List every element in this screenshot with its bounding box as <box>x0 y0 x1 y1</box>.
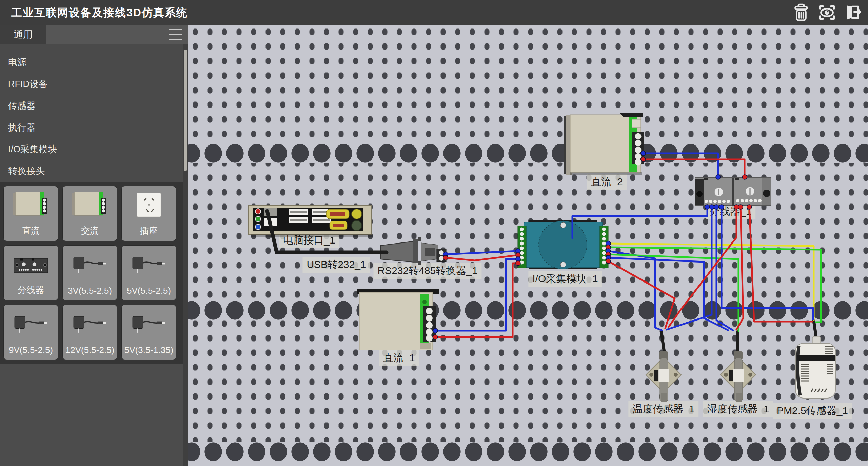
palette-card-label: 9V(5.5-2.5) <box>9 345 53 355</box>
palette-card-5[interactable]: 5V(5.5-2.5) <box>121 245 176 300</box>
wire-red <box>749 206 812 322</box>
toolbar <box>791 2 863 23</box>
palette-card-0[interactable]: 直流 <box>3 186 58 241</box>
wire-blue <box>446 251 518 254</box>
app-window: 工业互联网设备及接线3D仿真系统 <box>0 0 868 466</box>
sidebar-item-0[interactable]: 电源 <box>0 52 188 73</box>
wire-red <box>643 159 745 178</box>
view-eye-icon[interactable] <box>816 2 837 23</box>
palette-card-label: 3V(5.5-2.5) <box>68 286 112 296</box>
wire-blue <box>667 206 712 330</box>
device-temperature-sensor[interactable] <box>646 351 681 402</box>
wire-terminal-node <box>747 205 752 209</box>
palette-card-6[interactable]: 9V(5.5-2.5) <box>3 305 58 360</box>
sidebar-item-5[interactable]: 转换接头 <box>0 160 188 182</box>
wire-terminal-node <box>714 205 719 209</box>
device-humidity-sensor[interactable] <box>721 351 756 402</box>
hamburger-icon[interactable] <box>169 29 182 40</box>
wire-terminal-node <box>738 205 743 209</box>
wire-terminal-node <box>443 255 448 260</box>
palette-card-4[interactable]: 3V(5.5-2.5) <box>62 245 117 300</box>
wire-blue <box>608 251 662 330</box>
adapter-thumbnail-icon <box>63 246 117 286</box>
wire-terminal-node <box>709 205 714 209</box>
palette-card-label: 分线器 <box>18 284 44 296</box>
palette-card-8[interactable]: 5V(3.5-1.35) <box>121 305 176 360</box>
wire-terminal-node <box>719 205 724 209</box>
adapter-thumbnail-icon <box>4 305 58 345</box>
wire-terminal-node <box>705 205 710 209</box>
wire-black <box>661 331 665 354</box>
scene-layer <box>188 25 868 466</box>
wire-terminal-node <box>742 175 747 179</box>
device-palette: 直流交流插座分线器3V(5.5-2.5)5V(5.5-2.5)9V(5.5-2.… <box>0 182 188 364</box>
sidebar-scrollbar-thumb[interactable] <box>184 50 187 171</box>
device-pm25-sensor[interactable] <box>795 336 835 398</box>
palette-card-label: 直流 <box>22 225 40 237</box>
palette-card-label: 交流 <box>81 225 99 237</box>
wire-red <box>736 206 743 330</box>
palette-card-2[interactable]: 插座 <box>121 186 176 241</box>
adapter-thumbnail-icon <box>122 246 176 286</box>
dc-thumbnail-icon <box>4 186 58 225</box>
wire-terminal-node <box>433 328 438 333</box>
wire-red <box>608 261 675 328</box>
splitter-thumbnail-icon <box>4 246 58 284</box>
trash-icon[interactable] <box>791 2 812 23</box>
device-splitter[interactable] <box>695 178 771 206</box>
adapter-thumbnail-icon <box>122 305 176 345</box>
wire-terminal-node <box>516 261 520 266</box>
palette-card-label: 5V(5.5-2.5) <box>127 286 171 296</box>
palette-card-7[interactable]: 12V(5.5-2.5) <box>62 305 117 360</box>
device-dc-supply-1[interactable] <box>357 289 439 350</box>
wire-blue <box>722 206 813 319</box>
sidebar-item-2[interactable]: 传感器 <box>0 95 188 117</box>
sidebar-item-3[interactable]: 执行器 <box>0 117 188 138</box>
app-title: 工业互联网设备及接线3D仿真系统 <box>11 5 188 20</box>
palette-card-label: 12V(5.5-2.5) <box>65 345 115 355</box>
pegboard-canvas[interactable]: 电脑接口_1USB转232_1RS232转485转换器_1I/O采集模块_1直流… <box>188 25 868 466</box>
adapter-thumbnail-icon <box>63 305 117 345</box>
wire-terminal-node <box>641 157 646 162</box>
sidebar-tab-row: 通用 <box>0 25 188 44</box>
dc-thumbnail-icon <box>63 186 117 225</box>
wire-blue <box>435 259 518 331</box>
wire-terminal-node <box>606 259 611 264</box>
wire-blue <box>643 153 718 178</box>
socket-thumbnail-icon <box>122 186 176 225</box>
wire-terminal-node <box>641 151 646 156</box>
sidebar-item-4[interactable]: I/O采集模块 <box>0 138 188 160</box>
sidebar-item-1[interactable]: RFID设备 <box>0 73 188 95</box>
wire-terminal-node <box>433 335 438 339</box>
device-usb-rs232-converter[interactable] <box>380 237 446 265</box>
tab-general[interactable]: 通用 <box>0 25 46 44</box>
sidebar-scrollbar-track <box>183 44 188 466</box>
wire-terminal-node <box>716 175 721 179</box>
exit-icon[interactable] <box>842 2 863 23</box>
device-io-module[interactable] <box>518 220 608 269</box>
device-dc-supply-2[interactable] <box>564 113 644 175</box>
title-bar: 工业互联网设备及接线3D仿真系统 <box>0 0 868 25</box>
palette-card-label: 5V(3.5-1.35) <box>124 345 174 355</box>
palette-card-label: 插座 <box>140 225 158 237</box>
palette-card-1[interactable]: 交流 <box>62 186 117 241</box>
sidebar: 通用 电源RFID设备传感器执行器I/O采集模块转换接头 直流交流插座分线器3V… <box>0 25 188 466</box>
palette-card-3[interactable]: 分线器 <box>3 245 58 300</box>
category-list: 电源RFID设备传感器执行器I/O采集模块转换接头 <box>0 44 188 182</box>
wire-blue <box>716 206 733 330</box>
